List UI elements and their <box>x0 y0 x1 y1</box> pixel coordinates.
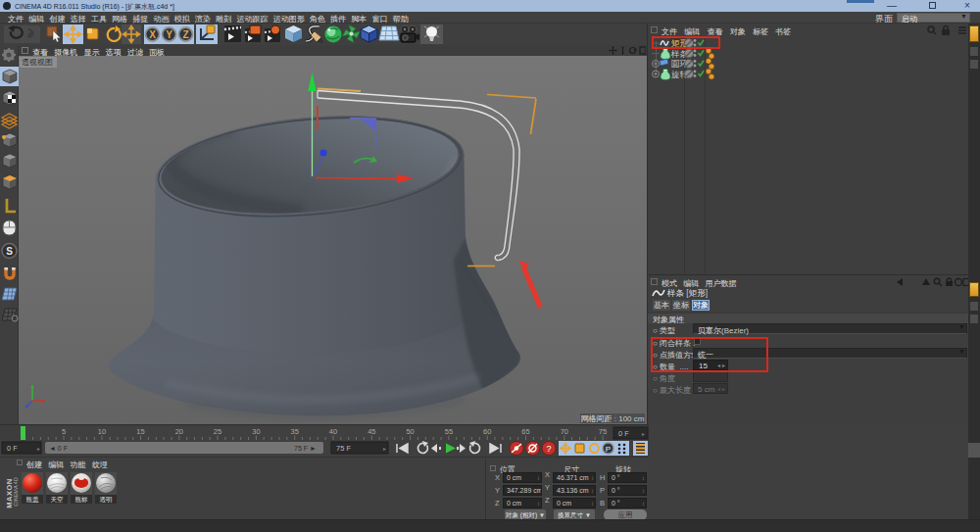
svg-text:Z: Z <box>182 29 188 40</box>
svg-text:5: 5 <box>62 427 66 436</box>
svg-text:?: ? <box>546 444 551 454</box>
svg-text:►: ► <box>382 446 387 452</box>
svg-text:75 F: 75 F <box>336 444 351 453</box>
svg-text:0 F: 0 F <box>7 444 18 453</box>
svg-text:45: 45 <box>368 427 375 436</box>
svg-text:►: ► <box>641 431 646 437</box>
svg-text:0 F: 0 F <box>618 429 629 438</box>
svg-text:X: X <box>149 29 156 40</box>
svg-text:70: 70 <box>561 427 568 436</box>
svg-text:20: 20 <box>175 427 183 436</box>
svg-text:75 F ►: 75 F ► <box>294 445 317 452</box>
svg-text:S: S <box>6 246 13 257</box>
svg-text:15: 15 <box>136 427 144 436</box>
svg-text:10: 10 <box>98 427 106 436</box>
svg-text:55: 55 <box>445 427 453 436</box>
svg-text:Y: Y <box>166 29 172 40</box>
svg-text:35: 35 <box>291 427 299 436</box>
svg-text:75: 75 <box>599 427 607 436</box>
svg-text:30: 30 <box>252 427 260 436</box>
svg-text:►: ► <box>36 446 41 452</box>
svg-text:P: P <box>606 445 611 454</box>
svg-text:60: 60 <box>483 427 491 436</box>
svg-text:40: 40 <box>329 427 337 436</box>
svg-text:65: 65 <box>521 427 529 436</box>
svg-text:25: 25 <box>214 427 221 436</box>
svg-text:◄ 0 F: ◄ 0 F <box>49 445 68 452</box>
svg-text:50: 50 <box>406 427 414 436</box>
